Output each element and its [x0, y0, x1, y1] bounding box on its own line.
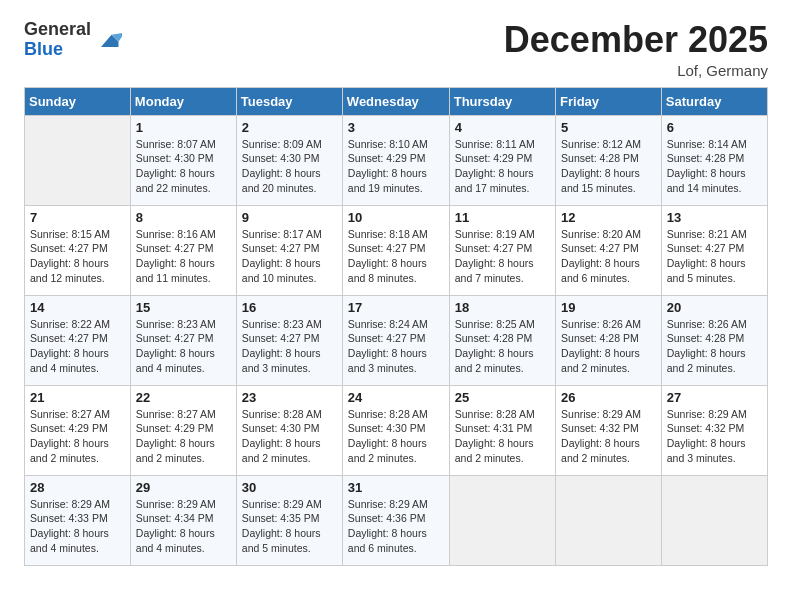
month-title: December 2025 [504, 20, 768, 60]
cell-info: Sunrise: 8:28 AM Sunset: 4:30 PM Dayligh… [242, 407, 337, 466]
day-number: 30 [242, 480, 337, 495]
day-number: 18 [455, 300, 550, 315]
calendar-cell: 25Sunrise: 8:28 AM Sunset: 4:31 PM Dayli… [449, 385, 555, 475]
calendar-cell: 18Sunrise: 8:25 AM Sunset: 4:28 PM Dayli… [449, 295, 555, 385]
cell-info: Sunrise: 8:28 AM Sunset: 4:30 PM Dayligh… [348, 407, 444, 466]
calendar-cell: 7Sunrise: 8:15 AM Sunset: 4:27 PM Daylig… [25, 205, 131, 295]
calendar-cell: 17Sunrise: 8:24 AM Sunset: 4:27 PM Dayli… [342, 295, 449, 385]
day-number: 15 [136, 300, 231, 315]
day-number: 3 [348, 120, 444, 135]
day-number: 4 [455, 120, 550, 135]
day-number: 5 [561, 120, 656, 135]
column-header-tuesday: Tuesday [236, 87, 342, 115]
day-number: 21 [30, 390, 125, 405]
calendar-cell: 8Sunrise: 8:16 AM Sunset: 4:27 PM Daylig… [130, 205, 236, 295]
day-number: 11 [455, 210, 550, 225]
cell-info: Sunrise: 8:22 AM Sunset: 4:27 PM Dayligh… [30, 317, 125, 376]
calendar-week-row: 1Sunrise: 8:07 AM Sunset: 4:30 PM Daylig… [25, 115, 768, 205]
cell-info: Sunrise: 8:23 AM Sunset: 4:27 PM Dayligh… [136, 317, 231, 376]
column-header-saturday: Saturday [661, 87, 767, 115]
calendar-cell: 5Sunrise: 8:12 AM Sunset: 4:28 PM Daylig… [556, 115, 662, 205]
logo-icon [94, 26, 122, 54]
calendar-cell: 14Sunrise: 8:22 AM Sunset: 4:27 PM Dayli… [25, 295, 131, 385]
title-block: December 2025 Lof, Germany [504, 20, 768, 79]
cell-info: Sunrise: 8:29 AM Sunset: 4:32 PM Dayligh… [667, 407, 762, 466]
column-header-friday: Friday [556, 87, 662, 115]
calendar-cell: 21Sunrise: 8:27 AM Sunset: 4:29 PM Dayli… [25, 385, 131, 475]
calendar-cell: 4Sunrise: 8:11 AM Sunset: 4:29 PM Daylig… [449, 115, 555, 205]
logo-text: General Blue [24, 20, 91, 60]
cell-info: Sunrise: 8:12 AM Sunset: 4:28 PM Dayligh… [561, 137, 656, 196]
day-number: 19 [561, 300, 656, 315]
calendar-week-row: 21Sunrise: 8:27 AM Sunset: 4:29 PM Dayli… [25, 385, 768, 475]
cell-info: Sunrise: 8:21 AM Sunset: 4:27 PM Dayligh… [667, 227, 762, 286]
calendar-cell: 10Sunrise: 8:18 AM Sunset: 4:27 PM Dayli… [342, 205, 449, 295]
calendar-cell: 28Sunrise: 8:29 AM Sunset: 4:33 PM Dayli… [25, 475, 131, 565]
day-number: 8 [136, 210, 231, 225]
calendar-cell: 23Sunrise: 8:28 AM Sunset: 4:30 PM Dayli… [236, 385, 342, 475]
calendar-cell: 27Sunrise: 8:29 AM Sunset: 4:32 PM Dayli… [661, 385, 767, 475]
cell-info: Sunrise: 8:24 AM Sunset: 4:27 PM Dayligh… [348, 317, 444, 376]
calendar-cell: 6Sunrise: 8:14 AM Sunset: 4:28 PM Daylig… [661, 115, 767, 205]
cell-info: Sunrise: 8:17 AM Sunset: 4:27 PM Dayligh… [242, 227, 337, 286]
cell-info: Sunrise: 8:29 AM Sunset: 4:32 PM Dayligh… [561, 407, 656, 466]
calendar-cell: 9Sunrise: 8:17 AM Sunset: 4:27 PM Daylig… [236, 205, 342, 295]
calendar-cell: 16Sunrise: 8:23 AM Sunset: 4:27 PM Dayli… [236, 295, 342, 385]
column-header-sunday: Sunday [25, 87, 131, 115]
cell-info: Sunrise: 8:19 AM Sunset: 4:27 PM Dayligh… [455, 227, 550, 286]
day-number: 22 [136, 390, 231, 405]
day-number: 25 [455, 390, 550, 405]
day-number: 6 [667, 120, 762, 135]
day-number: 29 [136, 480, 231, 495]
day-number: 26 [561, 390, 656, 405]
calendar-cell [25, 115, 131, 205]
logo: General Blue [24, 20, 122, 60]
day-number: 9 [242, 210, 337, 225]
calendar-cell: 15Sunrise: 8:23 AM Sunset: 4:27 PM Dayli… [130, 295, 236, 385]
calendar-cell: 12Sunrise: 8:20 AM Sunset: 4:27 PM Dayli… [556, 205, 662, 295]
calendar-cell [556, 475, 662, 565]
cell-info: Sunrise: 8:14 AM Sunset: 4:28 PM Dayligh… [667, 137, 762, 196]
calendar-cell: 31Sunrise: 8:29 AM Sunset: 4:36 PM Dayli… [342, 475, 449, 565]
day-number: 1 [136, 120, 231, 135]
calendar-week-row: 28Sunrise: 8:29 AM Sunset: 4:33 PM Dayli… [25, 475, 768, 565]
day-number: 16 [242, 300, 337, 315]
day-number: 10 [348, 210, 444, 225]
day-number: 14 [30, 300, 125, 315]
cell-info: Sunrise: 8:20 AM Sunset: 4:27 PM Dayligh… [561, 227, 656, 286]
cell-info: Sunrise: 8:16 AM Sunset: 4:27 PM Dayligh… [136, 227, 231, 286]
calendar-cell: 24Sunrise: 8:28 AM Sunset: 4:30 PM Dayli… [342, 385, 449, 475]
calendar-cell: 11Sunrise: 8:19 AM Sunset: 4:27 PM Dayli… [449, 205, 555, 295]
column-header-thursday: Thursday [449, 87, 555, 115]
cell-info: Sunrise: 8:28 AM Sunset: 4:31 PM Dayligh… [455, 407, 550, 466]
cell-info: Sunrise: 8:23 AM Sunset: 4:27 PM Dayligh… [242, 317, 337, 376]
calendar-cell [661, 475, 767, 565]
day-number: 12 [561, 210, 656, 225]
page-header: General Blue December 2025 Lof, Germany [24, 20, 768, 79]
calendar-cell: 13Sunrise: 8:21 AM Sunset: 4:27 PM Dayli… [661, 205, 767, 295]
day-number: 20 [667, 300, 762, 315]
cell-info: Sunrise: 8:25 AM Sunset: 4:28 PM Dayligh… [455, 317, 550, 376]
calendar-week-row: 14Sunrise: 8:22 AM Sunset: 4:27 PM Dayli… [25, 295, 768, 385]
calendar-table: SundayMondayTuesdayWednesdayThursdayFrid… [24, 87, 768, 566]
cell-info: Sunrise: 8:29 AM Sunset: 4:34 PM Dayligh… [136, 497, 231, 556]
calendar-week-row: 7Sunrise: 8:15 AM Sunset: 4:27 PM Daylig… [25, 205, 768, 295]
column-header-monday: Monday [130, 87, 236, 115]
calendar-cell: 19Sunrise: 8:26 AM Sunset: 4:28 PM Dayli… [556, 295, 662, 385]
calendar-cell: 22Sunrise: 8:27 AM Sunset: 4:29 PM Dayli… [130, 385, 236, 475]
cell-info: Sunrise: 8:27 AM Sunset: 4:29 PM Dayligh… [136, 407, 231, 466]
day-number: 24 [348, 390, 444, 405]
calendar-cell: 30Sunrise: 8:29 AM Sunset: 4:35 PM Dayli… [236, 475, 342, 565]
cell-info: Sunrise: 8:10 AM Sunset: 4:29 PM Dayligh… [348, 137, 444, 196]
cell-info: Sunrise: 8:15 AM Sunset: 4:27 PM Dayligh… [30, 227, 125, 286]
cell-info: Sunrise: 8:29 AM Sunset: 4:33 PM Dayligh… [30, 497, 125, 556]
day-number: 23 [242, 390, 337, 405]
cell-info: Sunrise: 8:26 AM Sunset: 4:28 PM Dayligh… [561, 317, 656, 376]
cell-info: Sunrise: 8:27 AM Sunset: 4:29 PM Dayligh… [30, 407, 125, 466]
day-number: 27 [667, 390, 762, 405]
calendar-header-row: SundayMondayTuesdayWednesdayThursdayFrid… [25, 87, 768, 115]
cell-info: Sunrise: 8:29 AM Sunset: 4:35 PM Dayligh… [242, 497, 337, 556]
calendar-cell [449, 475, 555, 565]
calendar-cell: 2Sunrise: 8:09 AM Sunset: 4:30 PM Daylig… [236, 115, 342, 205]
cell-info: Sunrise: 8:26 AM Sunset: 4:28 PM Dayligh… [667, 317, 762, 376]
